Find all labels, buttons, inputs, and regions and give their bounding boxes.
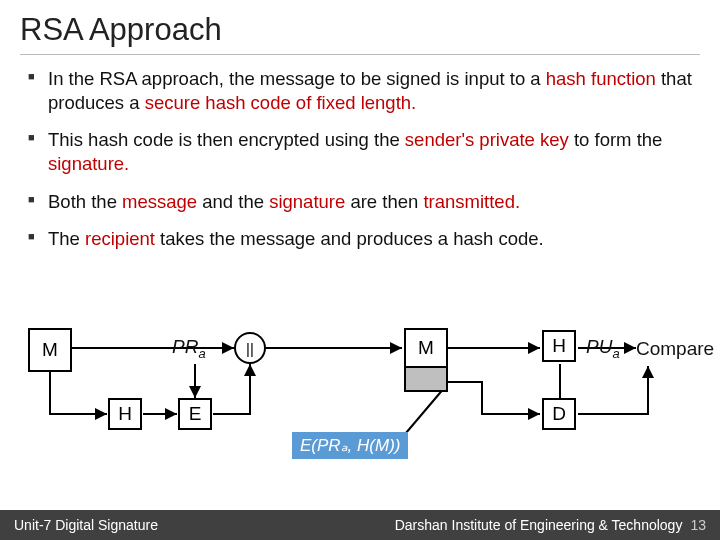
box-m-recipient-sig (404, 368, 448, 392)
bullet-2: This hash code is then encrypted using t… (28, 128, 700, 175)
annotation-epra: E(PRₐ, H(M)) (292, 432, 408, 459)
bullet-list: In the RSA approach, the message to be s… (28, 67, 700, 251)
box-h-sender: H (108, 398, 142, 430)
label-pua: PUa (586, 336, 620, 361)
label-pra: PRa (172, 336, 206, 361)
slide-footer: Unit-7 Digital Signature Darshan Institu… (0, 510, 720, 540)
footer-left: Unit-7 Digital Signature (14, 517, 158, 533)
box-concat: || (234, 332, 266, 364)
slide-title: RSA Approach (20, 12, 700, 55)
bullet-4: The recipient takes the message and prod… (28, 227, 700, 251)
bullet-3: Both the message and the signature are t… (28, 190, 700, 214)
footer-right: Darshan Institute of Engineering & Techn… (395, 517, 706, 533)
box-h-recipient: H (542, 330, 576, 362)
rsa-diagram: M H PRa E || M H PUa D Compare E(PRₐ, H(… (0, 322, 720, 492)
label-compare: Compare (636, 338, 714, 360)
box-d: D (542, 398, 576, 430)
box-e: E (178, 398, 212, 430)
box-m-recipient: M (404, 328, 448, 368)
box-m-sender: M (28, 328, 72, 372)
bullet-1: In the RSA approach, the message to be s… (28, 67, 700, 114)
